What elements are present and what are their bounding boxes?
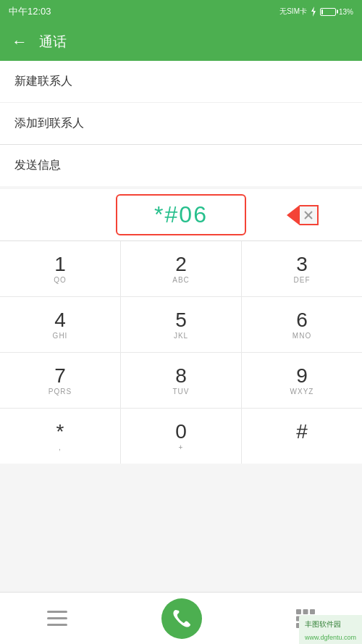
dialpad-grid: 1 QO 2 ABC 3 DEF 4 GHI 5 JKL 6 MNO 7 PQR… bbox=[0, 241, 362, 464]
dialpad-row-4: * , 0 + # bbox=[0, 409, 362, 464]
dialpad-key-2[interactable]: 2 ABC bbox=[121, 241, 242, 296]
dialpad-row-3: 7 PQRS 8 TUV 9 WXYZ bbox=[0, 353, 362, 409]
watermark-url: www.dgfentu.com bbox=[305, 634, 356, 641]
dialpad-key-hash[interactable]: # bbox=[242, 409, 362, 464]
dialpad-key-4[interactable]: 4 GHI bbox=[0, 297, 121, 352]
page-title: 通话 bbox=[39, 33, 67, 51]
menu-button[interactable] bbox=[47, 611, 67, 627]
hamburger-icon bbox=[47, 611, 67, 627]
backspace-inner bbox=[300, 205, 319, 225]
dialpad-key-8[interactable]: 8 TUV bbox=[121, 353, 242, 408]
dialpad-key-5[interactable]: 5 JKL bbox=[121, 297, 242, 352]
call-button[interactable] bbox=[161, 598, 202, 639]
dialpad-input-value: *#06 bbox=[154, 201, 208, 227]
status-bar: 中午12:03 无SIM卡 13% bbox=[0, 0, 362, 23]
svg-rect-4 bbox=[47, 617, 67, 619]
top-bar: ← 通话 bbox=[0, 23, 362, 61]
battery-percent: 13% bbox=[339, 8, 353, 16]
svg-rect-8 bbox=[310, 609, 315, 614]
x-icon bbox=[303, 210, 313, 220]
dialpad-key-3[interactable]: 3 DEF bbox=[242, 241, 362, 296]
dialpad-number-box: *#06 bbox=[116, 194, 246, 235]
menu-section: 新建联系人 添加到联系人 bbox=[0, 61, 362, 145]
menu-item-new-contact[interactable]: 新建联系人 bbox=[0, 61, 362, 103]
svg-marker-0 bbox=[311, 7, 316, 17]
dialpad-key-1[interactable]: 1 QO bbox=[0, 241, 121, 296]
watermark: 丰图软件园 www.dgfentu.com bbox=[299, 615, 362, 644]
dialpad-key-6[interactable]: 6 MNO bbox=[242, 297, 362, 352]
dialpad-row-2: 4 GHI 5 JKL 6 MNO bbox=[0, 297, 362, 353]
svg-rect-6 bbox=[296, 609, 301, 614]
battery-icon bbox=[320, 8, 336, 16]
status-time: 中午12:03 bbox=[9, 5, 51, 18]
dialpad-key-star[interactable]: * , bbox=[0, 409, 121, 464]
dialpad-input-area: *#06 bbox=[0, 189, 362, 241]
charging-icon bbox=[310, 7, 317, 17]
svg-rect-5 bbox=[47, 624, 67, 626]
dialpad-key-7[interactable]: 7 PQRS bbox=[0, 353, 121, 408]
status-icons: 无SIM卡 13% bbox=[279, 7, 353, 17]
backspace-arrow-left bbox=[287, 205, 300, 225]
menu-item-send-message[interactable]: 发送信息 bbox=[0, 145, 362, 186]
watermark-text: 丰图软件园 bbox=[305, 620, 341, 628]
call-icon bbox=[172, 609, 192, 629]
menu-item-add-contact[interactable]: 添加到联系人 bbox=[0, 103, 362, 144]
svg-rect-3 bbox=[47, 611, 67, 613]
dialpad-key-0[interactable]: 0 + bbox=[121, 409, 242, 464]
backspace-button[interactable] bbox=[287, 205, 319, 225]
back-button[interactable]: ← bbox=[12, 33, 28, 51]
svg-rect-7 bbox=[303, 609, 308, 614]
dialpad-row-1: 1 QO 2 ABC 3 DEF bbox=[0, 241, 362, 297]
sim-status: 无SIM卡 bbox=[279, 7, 307, 17]
battery-fill bbox=[321, 9, 323, 14]
dialpad-key-9[interactable]: 9 WXYZ bbox=[242, 353, 362, 408]
